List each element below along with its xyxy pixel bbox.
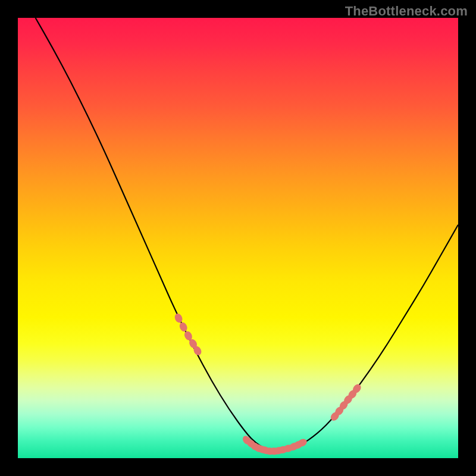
marker-group — [173, 312, 362, 456]
curve-marker — [173, 312, 184, 324]
chart-svg — [18, 18, 458, 458]
plot-area — [18, 18, 458, 458]
curve-path — [36, 18, 458, 451]
watermark-text: TheBottleneck.com — [345, 4, 468, 19]
chart-frame: TheBottleneck.com — [0, 0, 476, 476]
curve-marker — [178, 321, 189, 333]
